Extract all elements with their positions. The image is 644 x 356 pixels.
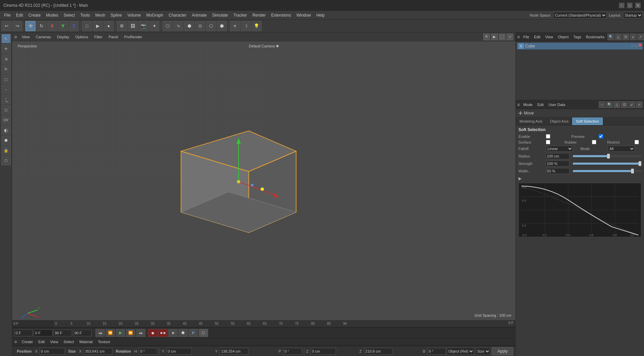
size-y-input[interactable] xyxy=(220,348,248,355)
auto-key-button[interactable]: ⬡ xyxy=(199,329,208,337)
sidebar-icon-select[interactable]: ↖ xyxy=(1,34,11,43)
menu-animate[interactable]: Animate xyxy=(189,12,209,18)
bp-menu-create[interactable]: Create xyxy=(20,339,35,344)
timeline-current-input[interactable] xyxy=(34,330,52,336)
tab-object-axis[interactable]: Object Axis xyxy=(546,118,572,125)
vp-menu-cameras[interactable]: Cameras xyxy=(33,34,54,40)
om-menu-icon[interactable]: ≡ xyxy=(517,34,520,40)
bp-menu-material[interactable]: Material xyxy=(77,339,94,344)
minimize-button[interactable]: − xyxy=(619,3,624,8)
node-space-select[interactable]: Current (Standard/Physical) xyxy=(553,12,607,19)
sidebar-icon-sculpt[interactable]: ⬟ xyxy=(1,135,11,145)
cube-dot[interactable]: ● xyxy=(635,44,638,48)
menu-file[interactable]: File xyxy=(1,12,13,18)
play-button[interactable]: ▶ xyxy=(116,329,125,337)
keyframe-button[interactable]: ◈ xyxy=(168,329,178,337)
render-view-button[interactable]: 📷 xyxy=(138,21,149,31)
timeline-end-input[interactable] xyxy=(53,330,72,336)
move-tool-button[interactable]: ✛ xyxy=(25,21,36,31)
rot-b-input[interactable] xyxy=(427,348,446,355)
enable-checkbox[interactable] xyxy=(546,134,550,139)
sidebar-icon-extra[interactable]: ⬡ xyxy=(1,156,11,165)
menu-render[interactable]: Render xyxy=(250,12,268,18)
position-key-button[interactable]: P xyxy=(188,329,198,337)
vp-icon-expand[interactable]: ⤢ xyxy=(507,34,513,40)
pos-z-input[interactable] xyxy=(311,348,336,355)
vp-menu-panel[interactable]: Panel xyxy=(106,34,121,40)
radius-slider[interactable] xyxy=(573,155,641,157)
cube-object-button[interactable]: ⬡ xyxy=(162,21,173,31)
motion-clip-button[interactable]: ⬟ xyxy=(178,329,188,337)
width-input[interactable] xyxy=(546,168,570,174)
am-menu-userdata[interactable]: User Data xyxy=(547,102,568,107)
rot-h-input[interactable] xyxy=(139,348,157,355)
am-menu-edit[interactable]: Edit xyxy=(535,102,546,107)
vp-menu-view[interactable]: View xyxy=(19,34,32,40)
om-icon3[interactable]: ⊡ xyxy=(622,34,629,40)
vp-icon-render[interactable]: ▶ xyxy=(491,34,498,40)
falloff-graph[interactable]: 0.8 0.4 0.0 0.0 0.2 0.4 0.6 0.8 1.0 xyxy=(518,183,641,237)
om-search-icon[interactable]: 🔍 xyxy=(607,34,614,40)
menu-help[interactable]: Help xyxy=(314,12,328,18)
bp-menu-texture[interactable]: Texture xyxy=(96,339,112,344)
vp-menu-filter[interactable]: Filter xyxy=(91,34,105,40)
rotate-tool-button[interactable]: ↻ xyxy=(36,21,46,31)
falloff-select[interactable]: Linear Ease In Ease Out xyxy=(546,146,573,152)
vp-menu-prorender[interactable]: ProRender xyxy=(121,34,145,40)
menu-mograph[interactable]: MoGraph xyxy=(143,12,166,18)
menu-simulate[interactable]: Simulate xyxy=(209,12,231,18)
timeline-end2-input[interactable] xyxy=(73,330,92,336)
tree-item-cube[interactable]: C Cube ✓ ● xyxy=(517,43,643,49)
strength-slider-handle[interactable] xyxy=(639,161,641,166)
go-to-start-button[interactable]: ⏮ xyxy=(95,329,105,337)
x-axis-button[interactable]: X xyxy=(47,21,57,31)
sidebar-icon-points[interactable]: ◦ xyxy=(1,85,11,94)
am-back-icon[interactable]: ← xyxy=(599,101,605,108)
vp-menu-display[interactable]: Display xyxy=(54,34,72,40)
prev-frame-button[interactable]: ⏪ xyxy=(106,329,115,337)
strength-input[interactable] xyxy=(546,161,570,167)
am-icon4[interactable]: ⊡ xyxy=(621,101,628,108)
viewport-3d[interactable]: Perspective Default Camera ✱ Grid Spacin… xyxy=(12,41,515,320)
menu-modes[interactable]: Modes xyxy=(43,12,61,18)
sky-button[interactable]: ☽ xyxy=(241,21,251,31)
menu-extensions[interactable]: Extensions xyxy=(268,12,294,18)
size-z-input[interactable] xyxy=(364,348,393,355)
om-icon5[interactable]: ⤢ xyxy=(637,34,644,40)
maximize-button[interactable]: □ xyxy=(627,3,632,8)
rot-p-input[interactable] xyxy=(283,348,302,355)
sidebar-icon-uv[interactable]: UV xyxy=(1,115,11,125)
scene-objects-button[interactable]: ⬡ xyxy=(206,21,216,31)
am-icon3[interactable]: △ xyxy=(614,101,620,108)
sidebar-icon-material[interactable]: ◐ xyxy=(1,125,11,135)
am-menu-mode[interactable]: Mode xyxy=(521,102,535,107)
rubber-checkbox[interactable] xyxy=(592,140,596,144)
menu-mesh[interactable]: Mesh xyxy=(92,12,108,18)
width-slider[interactable] xyxy=(573,170,641,172)
am-icon6[interactable]: ⤢ xyxy=(636,101,643,108)
am-menu-icon[interactable]: ≡ xyxy=(517,102,520,107)
radius-input[interactable] xyxy=(546,153,570,159)
sidebar-icon-move[interactable]: ✛ xyxy=(1,44,11,54)
radius-slider-handle[interactable] xyxy=(607,154,610,159)
bp-menu-select[interactable]: Select xyxy=(62,339,76,344)
restrict-checkbox[interactable] xyxy=(635,140,639,144)
undo-button[interactable]: ↩ xyxy=(1,21,12,31)
om-menu-view[interactable]: View xyxy=(543,34,555,40)
menu-character[interactable]: Character xyxy=(166,12,189,18)
apply-button[interactable]: Apply xyxy=(492,347,513,355)
am-icon2[interactable]: 🔍 xyxy=(606,101,613,108)
record-all-button[interactable]: ⏺⏺ xyxy=(158,329,168,337)
sidebar-icon-object-mode[interactable]: □ xyxy=(1,75,11,84)
camera-button[interactable]: ⬢ xyxy=(217,21,227,31)
vp-menu-options[interactable]: Options xyxy=(73,34,91,40)
preview-checkbox[interactable] xyxy=(599,134,603,139)
play-button[interactable]: ▶ xyxy=(93,21,103,31)
pos-x-input[interactable] xyxy=(40,348,65,355)
timeline-start-input[interactable] xyxy=(14,330,33,336)
menu-volume[interactable]: Volume xyxy=(125,12,143,18)
vp-icon-move[interactable]: ⇱ xyxy=(483,34,490,40)
mode-select[interactable]: All Selected xyxy=(608,146,635,152)
am-icon5[interactable]: ↙ xyxy=(628,101,635,108)
record-button[interactable]: ⏺ xyxy=(148,329,157,337)
